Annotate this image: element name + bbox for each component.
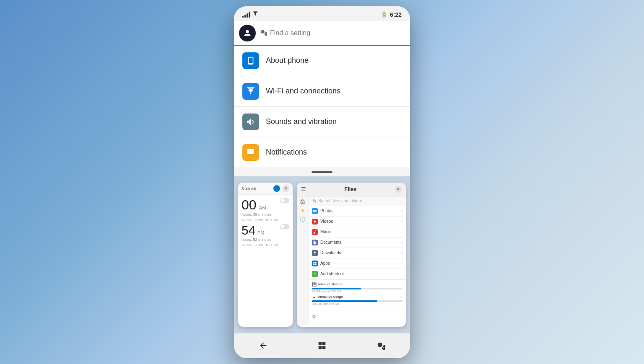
bottom-nav	[234, 333, 410, 358]
files-close-button[interactable]: ✕	[395, 186, 402, 193]
downloads-icon	[312, 250, 318, 256]
about-phone-icon	[242, 52, 259, 69]
clock-card[interactable]: & clock ✕ 00 AM hours, 38 minutes Su	[238, 183, 293, 327]
status-bar: 🔋 6:22	[234, 6, 410, 21]
files-sidebar-home-icon[interactable]: 🏠	[300, 199, 306, 204]
notifications-icon	[242, 144, 259, 161]
files-inner: 🏠 ★ 🕐 Search files and folders	[297, 196, 406, 325]
back-button[interactable]	[253, 337, 274, 354]
documents-arrow: ›	[401, 240, 402, 245]
files-search-placeholder: Search files and folders	[318, 199, 362, 203]
music-label: Music	[320, 230, 401, 234]
onedrive-used: 3.6 GB used of 5 GB	[312, 302, 402, 305]
scroll-pill	[312, 171, 332, 173]
onedrive-bar	[312, 300, 377, 302]
files-nav-music[interactable]: Music ›	[309, 227, 406, 238]
search-button[interactable]	[370, 337, 391, 354]
phone-container: 🔋 6:22	[234, 6, 410, 358]
documents-label: Documents	[320, 240, 401, 245]
apps-icon	[312, 261, 318, 266]
svg-rect-5	[313, 262, 314, 263]
about-phone-label: About phone	[266, 56, 309, 65]
storage-section: 💾 Internal storage › 69 GB used of 128 G…	[309, 279, 406, 310]
files-sidebar-history-icon[interactable]: 🕐	[300, 217, 306, 222]
clock-time1: 00	[242, 197, 257, 212]
files-title: Files	[344, 186, 357, 192]
clock-toggle1[interactable]	[280, 198, 289, 203]
clock-ampm2: PM	[257, 230, 265, 235]
settings-item-about[interactable]: About phone	[234, 46, 410, 76]
documents-icon	[312, 240, 318, 245]
svg-marker-4	[247, 119, 251, 125]
onedrive-arrow: ›	[401, 295, 402, 299]
clock-days2: Su Mo Tu We Th Fr Sa	[242, 243, 289, 247]
photos-icon	[312, 208, 318, 214]
internal-storage-row[interactable]: 💾 Internal storage › 69 GB used of 128 G…	[312, 282, 402, 293]
clock-card-header: & clock ✕	[238, 183, 293, 195]
settings-item-wifi[interactable]: Wi-Fi and connections	[234, 76, 410, 107]
signal-icon	[242, 12, 250, 18]
files-search-icon	[312, 199, 316, 204]
search-icon	[260, 29, 267, 37]
clock-time2: 54	[242, 223, 255, 237]
files-main: Search files and folders Photos ›	[309, 196, 406, 325]
home-button[interactable]	[312, 337, 332, 354]
files-nav: Photos › Videos ›	[309, 206, 406, 279]
videos-arrow: ›	[401, 219, 402, 224]
photos-arrow: ›	[401, 209, 402, 213]
settings-item-notifications[interactable]: Notifications	[234, 137, 410, 168]
onedrive-storage-row[interactable]: ☁ OneDrive usage › 3.6 GB used of 5 GB	[312, 295, 402, 305]
files-search-bar[interactable]: Search files and folders	[309, 196, 406, 206]
files-sidebar-star-icon[interactable]: ★	[301, 208, 305, 213]
svg-point-0	[246, 30, 249, 33]
music-icon	[312, 229, 318, 235]
clock-subtitle1: hours, 38 minutes	[242, 212, 289, 217]
files-settings-row[interactable]: ⚙	[309, 310, 406, 321]
videos-label: Videos	[320, 219, 401, 224]
multitask-panel: & clock ✕ 00 AM hours, 38 minutes Su	[234, 176, 410, 333]
status-left	[242, 11, 259, 18]
status-right: 🔋 6:22	[381, 11, 402, 18]
files-left-sidebar: 🏠 ★ 🕐	[297, 196, 309, 325]
svg-rect-6	[315, 262, 316, 263]
wifi-status-icon	[252, 11, 259, 18]
clock-close-button[interactable]: ✕	[283, 185, 289, 192]
clock-subtitle2: hours, 52 minutes	[242, 238, 289, 242]
files-nav-photos[interactable]: Photos ›	[309, 206, 406, 217]
wifi-label: Wi-Fi and connections	[266, 87, 340, 96]
files-nav-apps[interactable]: Apps ›	[309, 258, 406, 269]
files-nav-add-shortcut[interactable]: Add shortcut	[309, 269, 406, 279]
clock-toggle2[interactable]	[280, 224, 289, 229]
settings-item-sounds[interactable]: Sounds and vibration	[234, 107, 410, 137]
onedrive-label: OneDrive usage	[317, 295, 343, 299]
files-card[interactable]: ☰ Files ✕ 🏠 ★ 🕐 Search file	[297, 183, 406, 327]
settings-panel: About phone Wi-Fi and connections	[234, 21, 410, 176]
search-bar[interactable]	[260, 29, 405, 37]
svg-rect-7	[313, 263, 314, 265]
files-nav-videos[interactable]: Videos ›	[309, 217, 406, 227]
internal-storage-bar-bg	[312, 288, 402, 289]
onedrive-icon: ☁	[312, 295, 316, 299]
add-shortcut-icon	[312, 271, 318, 277]
files-nav-documents[interactable]: Documents ›	[309, 238, 406, 248]
apps-arrow: ›	[401, 261, 402, 266]
wifi-icon	[242, 83, 259, 100]
photos-label: Photos	[320, 209, 401, 213]
files-nav-downloads[interactable]: Downloads ›	[309, 248, 406, 258]
search-input[interactable]	[270, 29, 405, 37]
internal-storage-label: Internal storage	[318, 282, 343, 286]
clock-blue-dot	[273, 185, 280, 192]
clock-days1: Su Mo Tu We Th Fr Sa	[242, 218, 289, 222]
downloads-label: Downloads	[320, 250, 401, 255]
battery-icon: 🔋	[381, 11, 387, 18]
scroll-indicator	[234, 168, 410, 176]
internal-storage-used: 69 GB used of 128 GB	[312, 290, 402, 293]
internal-storage-bar	[312, 288, 361, 289]
user-avatar[interactable]	[239, 25, 256, 41]
music-arrow: ›	[401, 230, 402, 234]
sounds-icon	[242, 114, 259, 130]
add-shortcut-label: Add shortcut	[320, 271, 402, 276]
settings-list: About phone Wi-Fi and connections	[234, 46, 410, 168]
clock-card-title: & clock	[242, 186, 256, 191]
files-header: ☰ Files ✕	[297, 183, 406, 196]
